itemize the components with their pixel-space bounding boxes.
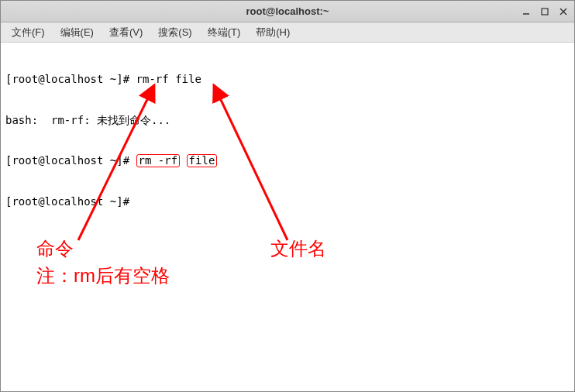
terminal-window: root@localhost:~ 文件(F) 编辑(E) 查看(V) 搜索(S)… (0, 0, 575, 392)
boxed-filename: file (187, 154, 218, 167)
annotation-command-label: 命令 (36, 236, 74, 260)
prompt: [root@localhost ~]# (5, 73, 136, 85)
terminal-line: [root@localhost ~]# rm -rf file (5, 154, 570, 168)
minimize-button[interactable] (520, 5, 532, 18)
prompt: [root@localhost ~]# (5, 195, 136, 208)
gap (180, 154, 186, 167)
menu-help[interactable]: 帮助(H) (250, 24, 296, 41)
menubar: 文件(F) 编辑(E) 查看(V) 搜索(S) 终端(T) 帮助(H) (1, 22, 574, 43)
terminal-line: [root@localhost ~]# (5, 195, 570, 209)
titlebar: root@localhost:~ (1, 1, 574, 22)
annotation-arrows (1, 43, 575, 392)
terminal-line: [root@localhost ~]# rm-rf file (5, 73, 570, 87)
close-button[interactable] (557, 5, 570, 18)
svg-rect-1 (542, 9, 548, 15)
menu-view[interactable]: 查看(V) (103, 24, 149, 41)
window-title: root@localhost:~ (1, 5, 574, 17)
command-text: rm-rf file (136, 73, 201, 85)
maximize-button[interactable] (539, 5, 551, 18)
prompt: [root@localhost ~]# (5, 154, 136, 167)
window-controls (520, 5, 570, 18)
annotation-command-note: 注：rm后有空格 (36, 263, 170, 287)
annotation-filename-label: 文件名 (270, 236, 326, 260)
menu-search[interactable]: 搜索(S) (152, 24, 198, 41)
terminal-area[interactable]: [root@localhost ~]# rm-rf file bash: rm-… (1, 43, 574, 391)
menu-terminal[interactable]: 终端(T) (201, 24, 247, 41)
menu-edit[interactable]: 编辑(E) (54, 24, 100, 41)
menu-file[interactable]: 文件(F) (5, 24, 51, 41)
annotation-overlay: 命令 注：rm后有空格 文件名 (1, 43, 574, 391)
boxed-command: rm -rf (136, 154, 181, 167)
terminal-line: bash: rm-rf: 未找到命令... (5, 114, 570, 128)
error-text: bash: rm-rf: 未找到命令... (5, 114, 170, 126)
